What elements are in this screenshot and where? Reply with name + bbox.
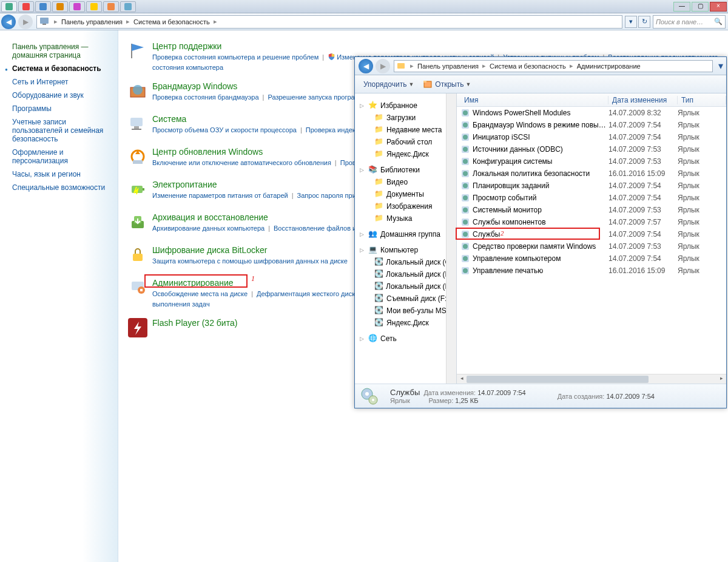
sidebar-item[interactable]: Оборудование и звук	[12, 91, 115, 100]
category-link[interactable]: Проверка состояния компьютера и решение …	[152, 53, 318, 61]
category-link[interactable]: Дефрагментация жесткого диска	[257, 290, 359, 297]
breadcrumb-item[interactable]: Панель управления	[60, 18, 124, 25]
minimize-button[interactable]: —	[673, 2, 690, 12]
file-row[interactable]: Инициатор iSCSI14.07.2009 7:54Ярлык	[457, 131, 726, 143]
browser-tab[interactable]	[120, 1, 136, 12]
scroll-right-button[interactable]: ▸	[717, 375, 726, 384]
category-heading[interactable]: Центр поддержки	[152, 41, 722, 51]
browser-tab[interactable]	[35, 1, 51, 12]
tree-item[interactable]: 💽Локальный диск (E:)	[355, 280, 456, 293]
breadcrumb[interactable]: ▸ Панель управления ▸ Система и безопасн…	[394, 60, 713, 72]
tree-homegroup[interactable]: ▷👥Домашняя группа	[355, 228, 456, 240]
tree-item[interactable]: 💽Яндекс.Диск	[355, 317, 456, 329]
breadcrumb-item[interactable]: Система и безопасность	[488, 63, 567, 70]
lib: 📁	[374, 177, 384, 187]
browser-tab[interactable]	[69, 1, 85, 12]
category-link[interactable]: Включение или отключение автоматического…	[152, 159, 331, 166]
nav-header[interactable]: Панель управления — домашняя страница	[12, 42, 115, 59]
sidebar-item[interactable]: Учетные записи пользователей и семейная …	[12, 118, 115, 143]
nav-forward-button[interactable]: ▶	[376, 59, 390, 73]
col-date[interactable]: Дата изменения	[608, 96, 678, 104]
shortcut-icon	[460, 193, 470, 203]
open-button[interactable]: Открыть▼	[420, 79, 474, 90]
tree-item[interactable]: 📁Видео	[355, 176, 456, 188]
col-type[interactable]: Тип	[678, 96, 726, 104]
annotation-label-2: 2	[500, 229, 504, 237]
tree-item[interactable]: 📁Яндекс.Диск	[355, 148, 456, 160]
tree-item[interactable]: 💽Съемный диск (F:)	[355, 293, 456, 305]
tree-item[interactable]: 📁Недавние места	[355, 124, 456, 136]
tree-item[interactable]: 📁Музыка	[355, 212, 456, 225]
file-row[interactable]: Системный монитор14.07.2009 7:53Ярлык	[457, 204, 726, 216]
browser-tab[interactable]	[86, 1, 102, 12]
category-link[interactable]: Проверка состояния брандмауэра	[152, 93, 259, 101]
tree-favorites[interactable]: ▷⭐Избранное	[355, 100, 456, 112]
nav-forward-button[interactable]: ▶	[18, 15, 33, 29]
tree-item[interactable]: 📁Рабочий стол	[355, 136, 456, 148]
tree-item[interactable]: 💽Локальный диск (D:)	[355, 268, 456, 280]
scroll-left-button[interactable]: ◂	[457, 375, 466, 384]
sidebar-item[interactable]: Программы	[12, 104, 115, 113]
tree-item[interactable]: 📁Изображения	[355, 200, 456, 212]
file-row[interactable]: Управление печатью16.01.2016 15:09Ярлык	[457, 265, 726, 277]
dropdown-history-button[interactable]: ▾	[625, 16, 637, 28]
file-row[interactable]: Windows PowerShell Modules14.07.2009 8:3…	[457, 107, 726, 119]
breadcrumb-item[interactable]: Система и безопасность	[132, 18, 211, 25]
svg-point-31	[463, 159, 468, 164]
file-row[interactable]: Просмотр событий14.07.2009 7:54Ярлык	[457, 192, 726, 204]
file-row[interactable]: Средство проверки памяти Windows14.07.20…	[457, 240, 726, 252]
search-input[interactable]: Поиск в пане… 🔍	[653, 15, 726, 29]
sidebar-item[interactable]: Система и безопасность	[12, 64, 115, 73]
shortcut-icon	[460, 205, 470, 215]
file-row[interactable]: Конфигурация системы14.07.2009 7:53Ярлык	[457, 155, 726, 168]
file-row[interactable]: Брандмауэр Windows в режиме повы…14.07.2…	[457, 119, 726, 131]
drive: 💽	[374, 257, 383, 267]
backup-icon	[126, 212, 150, 237]
browser-tab[interactable]	[103, 1, 119, 12]
breadcrumb-item[interactable]: Администрирование	[576, 63, 642, 70]
maximize-button[interactable]: ▢	[692, 2, 709, 12]
category-link[interactable]: Просмотр объема ОЗУ и скорости процессор…	[152, 126, 297, 134]
sidebar-item[interactable]: Специальные возможности	[12, 183, 115, 192]
dropdown-button[interactable]: ▾	[715, 60, 726, 72]
category-link[interactable]: Изменение параметров питания от батарей	[152, 192, 288, 199]
tree-item[interactable]: 💽Мои веб-узлы MSN	[355, 305, 456, 317]
shortcut-icon	[460, 254, 470, 263]
svg-point-43	[463, 232, 468, 237]
file-row[interactable]: Планировщик заданий14.07.2009 7:54Ярлык	[457, 180, 726, 192]
refresh-button[interactable]: ↻	[638, 16, 650, 28]
file-row[interactable]: Управление компьютером14.07.2009 7:54Ярл…	[457, 252, 726, 265]
sidebar-item[interactable]: Сеть и Интернет	[12, 78, 115, 86]
nav-back-button[interactable]: ◀	[1, 15, 16, 29]
browser-tab[interactable]	[52, 1, 68, 12]
file-row[interactable]: Источники данных (ODBC)14.07.2009 7:53Яр…	[457, 143, 726, 155]
col-name[interactable]: Имя	[460, 96, 608, 104]
file-row[interactable]: Службы компонентов14.07.2009 7:57Ярлык	[457, 216, 726, 228]
file-row[interactable]: Службы14.07.2009 7:54Ярлык	[457, 228, 726, 240]
organize-button[interactable]: Упорядочить▼	[360, 79, 417, 90]
tree-computer[interactable]: ▷💻Компьютер	[355, 244, 456, 256]
tree-item[interactable]: 📁Документы	[355, 188, 456, 200]
sidebar-item[interactable]: Часы, язык и регион	[12, 170, 115, 178]
tree-network[interactable]: ▷🌐Сеть	[355, 333, 456, 345]
browser-tab[interactable]	[1, 1, 17, 12]
category-link[interactable]: Архивирование данных компьютера	[152, 225, 265, 232]
breadcrumb[interactable]: ▸ Панель управления ▸ Система и безопасн…	[36, 15, 622, 29]
tree-item[interactable]: 💽Локальный диск (C:)	[355, 256, 456, 268]
tree-item[interactable]: 📁Загрузки	[355, 112, 456, 124]
browser-tab[interactable]	[18, 1, 34, 12]
scrollbar-thumb[interactable]	[448, 96, 455, 113]
file-row[interactable]: Локальная политика безопасности16.01.201…	[457, 168, 726, 180]
category-link[interactable]: Освобождение места на диске	[152, 290, 248, 297]
scrollbar-thumb[interactable]	[467, 376, 649, 383]
breadcrumb-item[interactable]: Панель управления	[416, 63, 480, 70]
folder: 📁	[374, 137, 384, 147]
horizontal-scrollbar[interactable]: ◂ ▸	[457, 374, 726, 384]
category-link[interactable]: Защита компьютера с помощью шифрования д…	[152, 257, 348, 265]
close-button[interactable]: ×	[710, 2, 727, 12]
nav-back-button[interactable]: ◀	[359, 59, 373, 73]
lock-icon	[126, 245, 150, 269]
sidebar-item[interactable]: Оформление и персонализация	[12, 148, 115, 165]
tree-libraries[interactable]: ▷📚Библиотеки	[355, 164, 456, 176]
shortcut-icon	[460, 217, 470, 227]
